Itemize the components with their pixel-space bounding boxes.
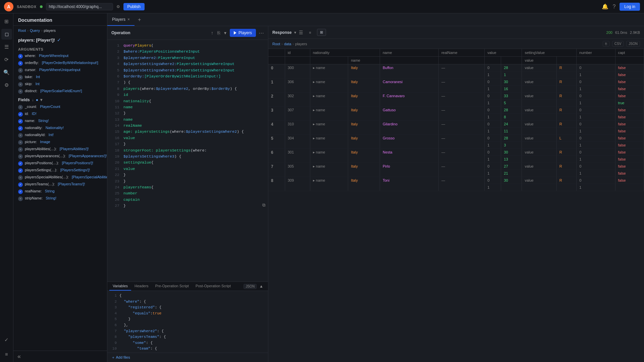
arg-icon-where: +: [18, 54, 23, 59]
tab-variables[interactable]: Variables: [109, 282, 131, 291]
cell-sf-val: [522, 170, 556, 177]
cell-row-idx: 2: [268, 93, 285, 107]
run-query-button[interactable]: Players: [230, 29, 256, 37]
copy-snippet-icon[interactable]: ⧉: [262, 202, 265, 209]
cell-number: 0: [577, 177, 615, 184]
cell-nat-expand[interactable]: ▸ name: [310, 177, 348, 191]
tab-players-close[interactable]: ×: [127, 17, 130, 22]
cell-nat-expand[interactable]: ▸ name: [310, 107, 348, 121]
arguments-section: Arguments: [13, 45, 107, 53]
sidebar-collections-btn[interactable]: ☰: [1, 42, 12, 52]
response-chevron[interactable]: ▾: [294, 30, 296, 35]
sort-icon[interactable]: ↓: [32, 98, 34, 102]
help-icon[interactable]: ?: [612, 4, 615, 10]
cell-age-num: 1: [485, 128, 501, 135]
breadcrumb-root[interactable]: Root: [18, 28, 26, 33]
arg-icon-distinct: +: [18, 89, 23, 94]
more-options-icon[interactable]: ⋯: [259, 30, 264, 36]
field-icon-nationalityid: +: [18, 133, 23, 138]
chevron-icon[interactable]: ▾: [40, 98, 42, 102]
tab-add-btn[interactable]: +: [135, 17, 144, 23]
field-icon-playersappearances: +: [18, 154, 23, 159]
field-realname: ✓ realName: String: [13, 188, 107, 195]
share-icon[interactable]: ↑: [210, 29, 214, 36]
field-playerspositions: ✓ playersPositions(…): [PlayersPositions…: [13, 160, 107, 167]
cell-number: 1: [577, 100, 615, 107]
cell-sf-extra: L: [556, 135, 577, 142]
tab-headers[interactable]: Headers: [131, 282, 152, 291]
code-line-2: 2 $where: PlayersPositionsWhereInput: [107, 49, 268, 55]
cell-nat-expand[interactable]: ▸ name: [310, 93, 348, 107]
field-stripname: + stripName: String!: [13, 195, 107, 202]
sidebar-collapse-btn[interactable]: «: [17, 353, 21, 360]
table-row: 3307▸ nameItalyGattuso—028valueR0false: [268, 107, 644, 114]
response-table-wrap[interactable]: id nationality name realName value setti…: [268, 49, 644, 362]
arg-icon-take: +: [18, 75, 23, 80]
sidebar-history-btn[interactable]: ⟳: [1, 54, 12, 65]
cell-number: 0: [577, 64, 615, 71]
filter-icon[interactable]: ●: [36, 98, 38, 102]
cell-sf-extra: R: [556, 149, 577, 156]
table-row: 0300▸ nameItalyBuffon—028valueR0false: [268, 64, 644, 71]
cell-capt: false: [615, 170, 644, 177]
cell-nat-expand[interactable]: ▸ name: [310, 163, 348, 177]
response-filter-icon[interactable]: ☰: [299, 30, 303, 35]
cell-name: Gilardino: [380, 121, 438, 135]
publish-button[interactable]: Publish: [123, 3, 145, 10]
sidebar-config-btn[interactable]: ⚙: [1, 80, 12, 90]
login-button[interactable]: Log in: [620, 3, 640, 11]
field-icon-count: +: [18, 105, 23, 110]
cell-sf-val: value: [522, 78, 556, 85]
notifications-icon[interactable]: 🔔: [602, 3, 608, 10]
copy-response-btn[interactable]: ⎘: [603, 41, 609, 47]
field-count: + _count: PlayerCount: [13, 104, 107, 111]
cell-nat-expand[interactable]: ▸ name: [310, 121, 348, 135]
settings-icon[interactable]: ⚙: [116, 4, 120, 9]
table-row: 4310▸ nameItalyGilardino—024valueR0false: [268, 121, 644, 128]
json-export-btn[interactable]: JSON: [626, 41, 640, 47]
chevron-down-icon[interactable]: ▾: [223, 29, 227, 36]
csv-export-btn[interactable]: CSV: [612, 41, 624, 47]
cell-nat-expand[interactable]: ▸ name: [310, 64, 348, 78]
response-table-view-btn[interactable]: ⊞: [317, 29, 326, 36]
tab-post-op-script[interactable]: Post-Operation Script: [192, 282, 234, 291]
cell-nat-name: Italy: [348, 149, 380, 163]
code-line-23: 23 }: [107, 178, 268, 184]
code-editor[interactable]: 1 query Players( 2 $where: PlayersPositi…: [107, 40, 268, 282]
cell-age-val: 28: [501, 64, 522, 71]
arg-where: + where: PlayerWhereInput: [13, 53, 107, 60]
add-files-row[interactable]: ＋ Add files: [107, 353, 268, 362]
variables-code-area[interactable]: 1{ 2 "where": { 3 "registered": { 4 "equ…: [107, 291, 268, 353]
code-line-8: 8 players(where: $playersWhere2, orderBy…: [107, 86, 268, 92]
resp-bc-data[interactable]: data: [284, 42, 291, 46]
cell-capt: false: [615, 64, 644, 71]
resp-bc-root[interactable]: Root: [272, 42, 280, 46]
col-subheader-age-val1: [485, 57, 501, 64]
cell-nat-name: Italy: [348, 177, 380, 191]
tab-pre-op-script[interactable]: Pre-Operation Script: [152, 282, 192, 291]
cell-id: 302: [285, 93, 310, 107]
cell-age-num: 0: [485, 93, 501, 100]
sidebar-home-btn[interactable]: ⊞: [1, 16, 12, 27]
cell-age-num: 0: [485, 135, 501, 142]
code-line-17: 17 }: [107, 141, 268, 147]
response-list-view-btn[interactable]: ≡: [306, 29, 314, 36]
cell-nat-expand[interactable]: ▸ name: [310, 135, 348, 149]
cell-nat-expand[interactable]: ▸ name: [310, 149, 348, 163]
field-nationality: ✓ nationality: Nationality!: [13, 125, 107, 132]
sidebar-bottom2-btn[interactable]: ≡: [1, 349, 12, 359]
url-input[interactable]: [46, 3, 113, 10]
sidebar-check-btn[interactable]: ✓: [1, 335, 12, 345]
response-tbody: 0300▸ nameItalyBuffon—028valueR0false111…: [268, 64, 644, 191]
expand-vars-icon[interactable]: ▲: [257, 283, 266, 290]
copy-code-icon[interactable]: ⎘: [217, 29, 221, 36]
cell-age-val: 1: [501, 71, 522, 78]
code-line-26: 26 captain: [107, 197, 268, 203]
sidebar-search-btn[interactable]: 🔍: [1, 67, 12, 78]
cell-age-val: 30: [501, 78, 522, 85]
cell-nat-expand[interactable]: ▸ name: [310, 78, 348, 93]
tab-players[interactable]: Players ×: [107, 13, 135, 26]
breadcrumb-query[interactable]: Query: [30, 28, 40, 33]
sidebar-query-btn[interactable]: ◻: [1, 29, 12, 40]
arg-cursor: + cursor: PlayerWhereUniqueInput: [13, 67, 107, 74]
